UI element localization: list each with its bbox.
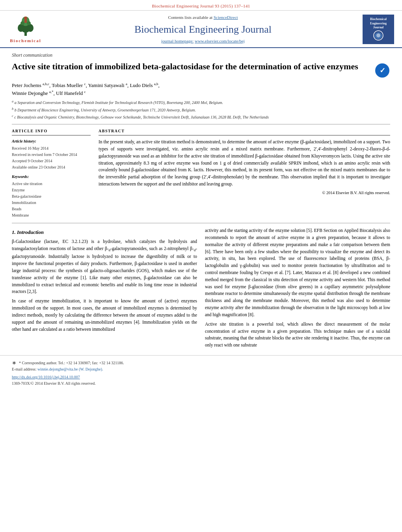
history-label: Article history: xyxy=(12,139,91,144)
svg-text:✓: ✓ xyxy=(380,67,385,74)
copyright-line: © 2014 Elsevier B.V. All rights reserved… xyxy=(99,190,390,196)
divider-1 xyxy=(12,124,390,124)
svg-point-3 xyxy=(27,24,34,32)
journal-title: Biochemical Engineering Journal xyxy=(51,22,355,37)
history-online: Available online 23 October 2014 xyxy=(12,165,91,170)
keyword-5: Beads xyxy=(12,206,91,212)
article-content: Short communication Active site titratio… xyxy=(0,48,402,355)
journal-header-center: Contents lists available at ScienceDirec… xyxy=(51,15,355,44)
intro-heading: 1. Introduction xyxy=(12,229,197,236)
issn-line: 1369-703X/© 2014 Elsevier B.V. All right… xyxy=(12,381,390,386)
logo-line2: Engineering xyxy=(370,22,387,26)
elsevier-brand-text: Biochemical xyxy=(10,38,41,44)
svg-point-7 xyxy=(24,17,27,20)
article-info-panel: ARTICLE INFO Article history: Received 1… xyxy=(12,128,91,219)
article-title-row: Active site titration of immobilized bet… xyxy=(12,61,390,78)
keyword-2: Enzyme xyxy=(12,187,91,193)
logo-line3: Journal xyxy=(370,26,387,30)
corresp-author-text: * Corresponding author. Tel.: +32 14 336… xyxy=(19,360,124,366)
svg-point-2 xyxy=(18,24,24,32)
journal-homepage-text: journal homepage: www.elsevier.com/locat… xyxy=(51,38,355,44)
article-title: Active site titration of immobilized bet… xyxy=(12,61,368,72)
journal-homepage-link[interactable]: www.elsevier.com/locate/bej xyxy=(195,39,245,43)
contents-available-text: Contents lists available at ScienceDirec… xyxy=(51,15,355,20)
history-accepted: Accepted 9 October 2014 xyxy=(12,158,91,164)
abstract-text: In the present study, an active site tit… xyxy=(99,139,390,188)
intro-para-3: activity and the starting activity of th… xyxy=(205,227,390,319)
affiliations: a a Separation and Conversion Technology… xyxy=(12,99,390,120)
svg-point-5 xyxy=(20,21,24,25)
keywords-label: Keywords: xyxy=(12,174,91,180)
star-icon: ∗ xyxy=(12,360,17,366)
journal-top-citation: Biochemical Engineering Journal 93 (2015… xyxy=(152,4,250,8)
journal-header: Biochemical Contents lists available at … xyxy=(0,11,402,48)
logo-line1: Biochemical xyxy=(370,17,387,21)
crossmark-icon[interactable]: ✓ xyxy=(374,63,390,78)
affiliation-c: c c Biocatalysis and Organic Chemistry, … xyxy=(12,114,390,120)
email-info: E-mail address: winnie.dejonghe@vita.be … xyxy=(12,367,390,372)
history-received: Received 16 May 2014 xyxy=(12,146,91,151)
keyword-4: Immobilization xyxy=(12,200,91,206)
svg-point-6 xyxy=(27,21,31,25)
elsevier-tree-icon xyxy=(14,15,37,37)
corresponding-author-info: ∗ * Corresponding author. Tel.: +32 14 3… xyxy=(12,360,390,366)
intro-para-1: β-Galactosidase (lactase, EC 3.2.1.23) i… xyxy=(12,238,197,295)
sciencedirect-link[interactable]: ScienceDirect xyxy=(214,15,238,20)
intro-para-2: In case of enzyme immobilization, it is … xyxy=(12,298,197,333)
intro-left-column: 1. Introduction β-Galactosidase (lactase… xyxy=(12,227,197,351)
intro-para-4: Active site titration is a powerful tool… xyxy=(205,321,390,349)
article-type-label: Short communication xyxy=(12,52,390,59)
svg-point-10 xyxy=(376,33,380,37)
page-footer: ∗ * Corresponding author. Tel.: +32 14 3… xyxy=(0,355,402,389)
keyword-6: Membrane xyxy=(12,213,91,218)
keyword-1: Active site titration xyxy=(12,181,91,187)
svg-rect-8 xyxy=(24,20,27,23)
intro-right-column: activity and the starting activity of th… xyxy=(205,227,390,351)
authors-list: Peter Jochems a,b,c, Tobias Mueller c, Y… xyxy=(12,82,390,97)
author-email: winnie.dejonghe@vita.be (W. Dejonghe). xyxy=(37,367,103,371)
info-abstract-section: ARTICLE INFO Article history: Received 1… xyxy=(12,128,390,219)
doi-link[interactable]: http://dx.doi.org/10.1016/j.bej.2014.10.… xyxy=(12,374,390,380)
journal-top-bar: Biochemical Engineering Journal 93 (2015… xyxy=(0,0,402,11)
history-revised: Received in revised form 7 October 2014 xyxy=(12,152,91,158)
affiliation-a: a a Separation and Conversion Technology… xyxy=(12,99,390,106)
abstract-label: ABSTRACT xyxy=(99,128,390,135)
article-info-label: ARTICLE INFO xyxy=(12,128,91,135)
abstract-panel: ABSTRACT In the present study, an active… xyxy=(99,128,390,219)
introduction-section: 1. Introduction β-Galactosidase (lactase… xyxy=(12,227,390,351)
divider-2 xyxy=(12,223,390,223)
elsevier-logo: Biochemical xyxy=(8,15,43,44)
journal-logo-graphic xyxy=(368,30,388,41)
affiliation-b: b b Department of Bioscience Engineering… xyxy=(12,107,390,113)
journal-logo-right: Biochemical Engineering Journal xyxy=(363,15,394,44)
keyword-3: Beta-galactosidase xyxy=(12,194,91,199)
